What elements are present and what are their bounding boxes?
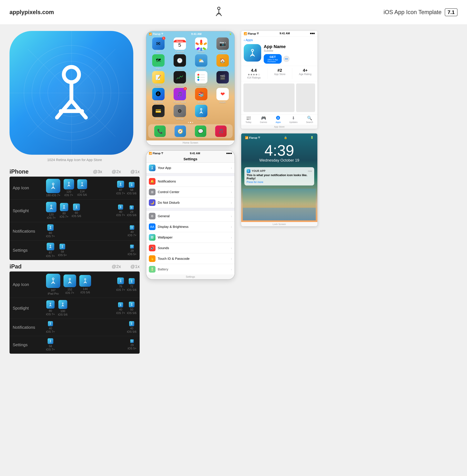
svg-point-100 [120, 280, 121, 280]
settings-item[interactable]: Your App › [146, 163, 234, 173]
settings-item[interactable]: ⊞ Control Center › [146, 187, 234, 197]
app-icon-clock: 🕐 [174, 54, 186, 67]
list-item[interactable]: ⚙ Settings [170, 105, 190, 120]
appstore-back-row: ‹ Apps [244, 38, 315, 42]
settings-screen-label: Settings [146, 274, 234, 279]
appstore-app-info: App Name Subtitle GET Offers In-AppPurch… [264, 44, 315, 64]
settings-item[interactable]: AA Display & Brightness › [146, 221, 234, 232]
list-item[interactable]: 🎬 Videos [212, 71, 233, 87]
svg-line-3 [219, 13, 222, 16]
svg-point-110 [50, 303, 51, 304]
list-item[interactable]: ❤ Health [212, 88, 233, 103]
appstore-bottom-nav: 📰 Today 🎮 Games 🅐 Apps ⬇ Updates 🔍 [241, 114, 317, 125]
list-item[interactable]: 🅐 App Store [148, 88, 168, 103]
appstore-app-subtitle: Subtitle [264, 49, 315, 52]
icon-size-label: 100iOS 5/6 [58, 309, 68, 316]
svg-point-75 [62, 245, 63, 246]
more-button[interactable]: ••• [283, 56, 290, 62]
list-item[interactable]: Stocks [170, 71, 190, 87]
table-row: Spotlight 80iOS 7+ 100iOS 5/ [10, 298, 140, 319]
list-item[interactable]: 📷 Camera [212, 38, 233, 53]
iphone-cols: @3x @2x @1x [93, 169, 140, 174]
svg-line-2 [216, 13, 219, 16]
icon-size-label: 80iOS 7+ [60, 212, 68, 219]
list-item[interactable]: 🏠 Home [212, 54, 233, 70]
list-item[interactable]: Monday 5 Calendar [170, 38, 190, 53]
settings-item[interactable]: 🔊 Sounds › [146, 243, 234, 253]
svg-point-90 [69, 278, 71, 280]
row-icons: 60iOS 7+ 40iOS 7+ [46, 224, 136, 238]
appstore-nav-today[interactable]: 📰 Today [246, 116, 251, 123]
list-item[interactable]: 📚 iBooks [191, 88, 211, 103]
appstore-nav-apps[interactable]: 🅐 Apps [276, 116, 281, 123]
app-icon-yourapp [195, 105, 208, 117]
settings-group2: ⚙ General › AA Display & Brightness › [146, 211, 234, 274]
appstore-status-bar: 📶 Flarup 〒 9:41 AM ■■■ [241, 31, 317, 37]
dock-music[interactable]: 🎵 [215, 126, 227, 137]
list-item[interactable]: Reminders [191, 71, 211, 87]
dock-messages[interactable]: 💬 [195, 126, 206, 137]
appstore-nav-updates[interactable]: ⬇ Updates [289, 116, 298, 123]
left-column: 1024 Retina App Icon for App Store iPhon… [10, 31, 140, 355]
status-signal: 📶 Flarup 〒 [149, 33, 164, 36]
list-item[interactable]: 1 🎵 iTunes Store [170, 88, 190, 103]
dock-safari[interactable]: 🧭 [175, 126, 186, 137]
lock-beach-bg [243, 189, 316, 220]
icon-img [47, 243, 54, 250]
large-app-icon [10, 31, 133, 155]
lock-notif-action: Press for more [246, 181, 312, 184]
dock-phone[interactable]: 📞 [154, 126, 166, 137]
icon-size-label: 58iOS 5/6 [127, 188, 136, 195]
app-grid: 1 ✉ Mail Monday 5 Calendar [146, 37, 234, 121]
list-item[interactable]: Photos [191, 38, 211, 53]
app-icon-itunes: 1 🎵 [174, 88, 186, 100]
icon-img [129, 321, 134, 326]
settings-item[interactable]: 🖼 Wallpaper › [146, 232, 234, 243]
appstore-nav-games[interactable]: 🎮 Games [260, 116, 267, 123]
chevron-right-icon: › [231, 236, 232, 239]
list-item: 40iOS 5/6 [127, 321, 136, 334]
settings-item[interactable]: 👆 Touch ID & Passcode › [146, 253, 234, 264]
svg-point-160 [251, 49, 253, 51]
app-icon-health: ❤ [216, 88, 229, 100]
svg-point-80 [132, 246, 132, 246]
settings-item[interactable]: 🔋 Battery › [146, 264, 234, 274]
svg-point-30 [131, 184, 132, 184]
row-label: Settings [13, 342, 44, 347]
svg-point-150 [200, 108, 202, 110]
list-item: 40iOS 7+ [128, 225, 136, 237]
chevron-right-icon: › [231, 214, 232, 218]
settings-status-bar: 📶 Flarup 〒 9:41 AM ■■■■ [146, 151, 234, 156]
list-item[interactable]: 💳 Wallet [148, 105, 168, 120]
list-item: 58iOS 5+ [58, 244, 67, 257]
settings-item[interactable]: 🌙 Do Not Disturb › [146, 197, 234, 208]
appstore-nav-search[interactable]: 🔍 Search [306, 116, 313, 123]
icon-img [47, 224, 54, 231]
header-version: 7.1 [445, 8, 457, 16]
icon-size-label: 76iOS 7+ [116, 285, 125, 292]
rating-divider [267, 68, 267, 79]
app-icon-videos: 🎬 [216, 71, 229, 83]
list-item[interactable]: Your App [191, 105, 211, 120]
list-item[interactable]: 🗺 Maps [148, 54, 168, 70]
list-item[interactable]: 📝 Notes [148, 71, 168, 87]
icon-img [46, 300, 55, 309]
lock-screen-bg: 📶 Flarup 〒 🔒 🔋 4:39 Wednesday October 19 [241, 133, 317, 222]
list-item[interactable]: 1 ✉ Mail [148, 38, 168, 53]
appstore-ratings: 4.4 ★★★★☆ 414 Ratings #2 App Store 4+ Ag… [241, 66, 317, 81]
list-item: 120iOS 7+ [64, 179, 74, 197]
list-item: 80iOS 7+ [46, 300, 55, 316]
settings-item[interactable]: ⚙ General › [146, 211, 234, 221]
settings-item[interactable]: 🔔 Notifications › [146, 176, 234, 187]
table-row: App Icon 167iPad Pro 152iOS [10, 271, 140, 298]
screen-label: Home Screen [146, 141, 234, 145]
lock-notif-header: YOUR APP now [246, 169, 312, 173]
list-item[interactable]: 🕐 Clock [170, 54, 190, 70]
list-item: 60iOS 7+ [46, 224, 55, 238]
get-button[interactable]: GET Offers In-AppPurchases [264, 54, 282, 64]
list-item[interactable]: ⛅ Weather [191, 54, 211, 70]
lock-icon: 🔒 [284, 136, 287, 140]
appstore-screenshots [241, 81, 317, 114]
list-item: 40iOS 7+ [46, 321, 55, 334]
appstore-back-btn[interactable]: Apps [246, 38, 253, 42]
